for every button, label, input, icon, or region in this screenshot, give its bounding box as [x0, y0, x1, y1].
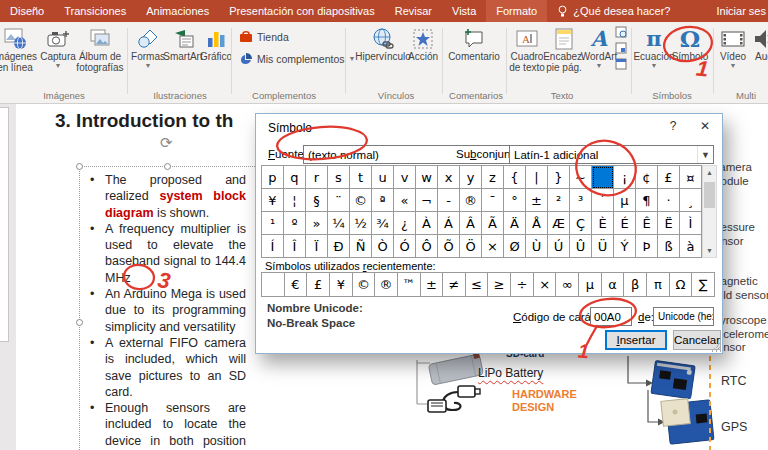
symbol-cell[interactable]: É: [614, 212, 636, 235]
symbol-cell[interactable]: }: [548, 166, 570, 189]
subset-combobox[interactable]: Latín-1 adicional ▼: [509, 145, 714, 164]
slide-thumbnail[interactable]: [0, 107, 9, 342]
symbol-cell[interactable]: Ó: [394, 235, 416, 258]
video-button[interactable]: Vídeo ▼: [717, 26, 749, 69]
symbol-cell[interactable]: Ñ: [350, 235, 372, 258]
symbol-cell[interactable]: «: [394, 189, 416, 212]
symbol-cell[interactable]: Ô: [416, 235, 438, 258]
symbol-cell[interactable]: ²: [548, 189, 570, 212]
symbol-cell[interactable]: ¼: [328, 212, 350, 235]
recent-symbol-cell[interactable]: ±: [421, 273, 444, 297]
wordart-button[interactable]: A WordArt ▼: [583, 26, 615, 69]
symbol-cell[interactable]: ¬: [416, 189, 438, 212]
tab-animaciones[interactable]: Animaciones: [136, 0, 219, 22]
recent-symbol-cell[interactable]: β: [624, 273, 647, 297]
recent-symbol-cell[interactable]: α: [602, 273, 625, 297]
symbol-cell[interactable]: ¥: [262, 189, 284, 212]
symbol-cell[interactable]: x: [438, 166, 460, 189]
recent-symbol-cell[interactable]: ≥: [488, 273, 511, 297]
symbol-cell[interactable]: ¡: [614, 166, 636, 189]
chevron-down-icon[interactable]: ▼: [697, 146, 713, 163]
symbol-cell[interactable]: ¶: [636, 189, 658, 212]
recent-symbol-cell[interactable]: ∞: [556, 273, 579, 297]
recent-symbol-cell[interactable]: €: [285, 273, 308, 297]
symbol-cell[interactable]: º: [284, 212, 306, 235]
selection-handle[interactable]: [76, 319, 83, 326]
symbol-cell[interactable]: ¿: [394, 212, 416, 235]
symbol-cell[interactable]: |: [526, 166, 548, 189]
symbol-cell[interactable]: ¯: [482, 189, 504, 212]
symbol-cell[interactable]: Þ: [636, 235, 658, 258]
symbol-cell[interactable]: ß: [658, 235, 680, 258]
symbol-cell[interactable]: Í: [262, 235, 284, 258]
dialog-close-button[interactable]: ✕: [694, 119, 716, 133]
recent-symbol-cell[interactable]: ©: [353, 273, 376, 297]
symbol-cell[interactable]: §: [306, 189, 328, 212]
recent-symbol-cell[interactable]: ≠: [443, 273, 466, 297]
symbol-cell[interactable]: Ã: [482, 212, 504, 235]
dialog-help-button[interactable]: ?: [664, 119, 682, 133]
symbol-cell[interactable]: »: [306, 212, 328, 235]
symbol-cell[interactable]: ¦: [284, 189, 306, 212]
date-time-icon[interactable]: [615, 26, 627, 38]
symbol-cell[interactable]: {: [504, 166, 526, 189]
recent-symbol-cell[interactable]: ≤: [466, 273, 489, 297]
symbol-cell[interactable]: Ú: [548, 235, 570, 258]
tell-me-box[interactable]: ¿Qué desea hacer?: [547, 0, 680, 22]
symbol-cell[interactable]: Ä: [504, 212, 526, 235]
symbol-cell[interactable]: Ì: [680, 212, 702, 235]
tab-revisar[interactable]: Revisar: [385, 0, 442, 22]
sign-in-link[interactable]: Iniciar ses: [706, 0, 768, 22]
recent-symbol-cell[interactable]: ×: [534, 273, 557, 297]
symbol-cell[interactable]: À: [416, 212, 438, 235]
tab-presentaci-n-con-diapositivas[interactable]: Presentación con diapositivas: [219, 0, 385, 22]
comment-button[interactable]: Comentario: [446, 26, 502, 63]
recent-symbol-cell[interactable]: ∑: [692, 273, 715, 297]
recent-symbol-cell[interactable]: [262, 273, 285, 297]
symbol-cell[interactable]: w: [416, 166, 438, 189]
symbol-cell[interactable]: z: [482, 166, 504, 189]
symbol-cell[interactable]: Ò: [372, 235, 394, 258]
hyperlink-button[interactable]: Hipervínculo: [356, 26, 410, 63]
symbol-cell[interactable]: ±: [526, 189, 548, 212]
symbol-cell[interactable]: Ç: [570, 212, 592, 235]
symbol-cell[interactable]: ©: [350, 189, 372, 212]
symbol-cell[interactable]: ¤: [680, 166, 702, 189]
symbol-cell[interactable]: ¢: [636, 166, 658, 189]
symbol-cell[interactable]: s: [328, 166, 350, 189]
symbol-cell[interactable]: Â: [460, 212, 482, 235]
symbol-cell[interactable]: ½: [350, 212, 372, 235]
symbol-cell[interactable]: Ð: [328, 235, 350, 258]
symbol-cell[interactable]: ·: [658, 189, 680, 212]
symbol-cell[interactable]: ~: [570, 166, 592, 189]
slide-number-icon[interactable]: [615, 42, 627, 54]
char-code-input[interactable]: [590, 307, 632, 326]
symbol-cell[interactable]: ´: [592, 189, 614, 212]
symbol-cell[interactable]: ¸: [680, 189, 702, 212]
text-box-button[interactable]: A Cuadro de texto: [509, 26, 545, 73]
tab-transiciones[interactable]: Transiciones: [54, 0, 136, 22]
symbol-cell[interactable]: £: [658, 166, 680, 189]
recent-symbol-cell[interactable]: π: [647, 273, 670, 297]
symbol-cell[interactable]: ®: [460, 189, 482, 212]
capture-button[interactable]: Captura ▼: [40, 26, 76, 69]
symbol-cell[interactable]: Ø: [504, 235, 526, 258]
symbol-cell[interactable]: ×: [482, 235, 504, 258]
symbol-cell[interactable]: Á: [438, 212, 460, 235]
symbol-cell[interactable]: ³: [570, 189, 592, 212]
tab-vista[interactable]: Vista: [442, 0, 486, 22]
symbol-cell[interactable]: ¹: [262, 212, 284, 235]
scroll-down-icon[interactable]: ▼: [703, 244, 716, 257]
symbol-cell[interactable]: Ë: [658, 212, 680, 235]
symbol-cell[interactable]: µ: [614, 189, 636, 212]
photo-album-button[interactable]: Álbum de fotografías: [76, 26, 124, 73]
scroll-thumb[interactable]: [704, 182, 715, 208]
symbol-cell[interactable]: ¨: [328, 189, 350, 212]
recent-symbol-cell[interactable]: µ: [579, 273, 602, 297]
symbol-cell[interactable]: p: [262, 166, 284, 189]
symbol-cell[interactable]: [592, 166, 614, 189]
symbol-cell[interactable]: È: [592, 212, 614, 235]
symbol-cell[interactable]: q: [284, 166, 306, 189]
tab-formato[interactable]: Formato: [486, 0, 547, 22]
recent-symbol-cell[interactable]: £: [307, 273, 330, 297]
